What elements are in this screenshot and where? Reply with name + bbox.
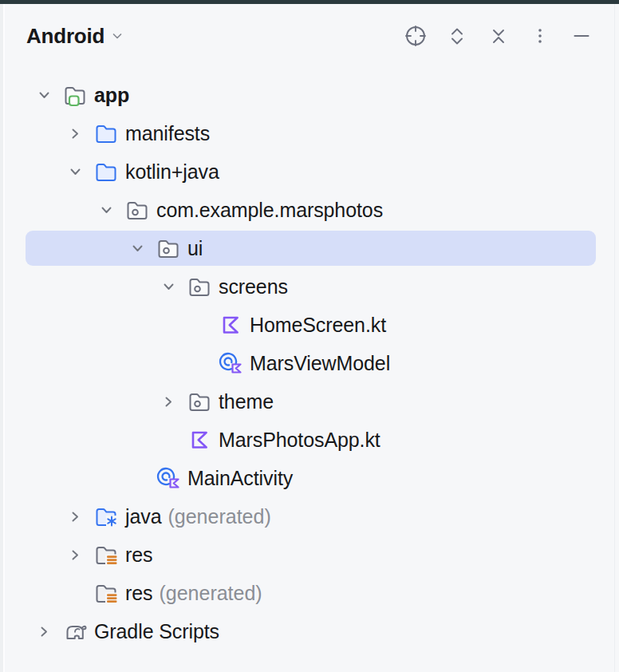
hide-icon[interactable] (568, 22, 595, 49)
locate-icon[interactable] (402, 22, 429, 49)
tree-row-label: java (125, 497, 161, 536)
tree-row-marsphotosapp-kt[interactable]: MarsPhotosApp.kt (5, 421, 619, 459)
chevron-right-icon[interactable] (60, 114, 90, 152)
tree-row-label: screens (219, 267, 288, 306)
collapse-all-icon[interactable] (485, 22, 512, 49)
folder-blue-icon (93, 114, 119, 152)
gradle-icon (62, 612, 88, 650)
tree-row-theme[interactable]: theme (5, 382, 619, 421)
tree-row-label: manifests (125, 114, 210, 152)
kotlin-class-icon (156, 459, 181, 497)
chevron-placeholder (60, 574, 90, 612)
chevron-right-icon[interactable] (153, 382, 183, 421)
tree-row-com-example-marsphotos[interactable]: com.example.marsphotos (5, 191, 619, 229)
chevron-placeholder (153, 421, 183, 459)
kotlin-file-icon (187, 421, 212, 459)
selection-highlight (26, 231, 596, 266)
tree-row-gradle-scripts[interactable]: Gradle Scripts (5, 612, 619, 650)
chevron-down-icon[interactable] (122, 229, 152, 267)
chevron-down-icon[interactable] (29, 76, 59, 114)
chevron-right-icon[interactable] (60, 497, 90, 536)
chevron-down-icon[interactable] (91, 191, 121, 229)
kotlin-file-icon (218, 306, 243, 344)
kotlin-class-icon (218, 344, 243, 382)
tree-row-ui[interactable]: ui (5, 229, 619, 267)
tree-row-java[interactable]: java (generated) (5, 497, 619, 536)
tree-row-label: HomeScreen.kt (250, 306, 386, 344)
expand-all-icon[interactable] (444, 22, 471, 49)
tree-row-label: MarsViewModel (250, 344, 390, 382)
tool-window-header: Android (5, 4, 619, 68)
package-icon (124, 191, 150, 229)
chevron-placeholder (184, 344, 215, 382)
res-folder-icon (93, 574, 119, 612)
folder-blue-icon (93, 152, 119, 191)
tree-row-kotlin-java[interactable]: kotlin+java (5, 152, 619, 191)
more-vertical-icon[interactable] (526, 22, 554, 49)
tree-row-res[interactable]: res (5, 536, 619, 574)
tree-row-label: kotlin+java (125, 152, 219, 191)
res-folder-icon (93, 536, 119, 574)
project-tool-window: Android app manifests (5, 4, 619, 672)
tree-row-label: com.example.marsphotos (156, 191, 383, 229)
project-view-selector[interactable]: Android (26, 24, 123, 49)
package-icon (187, 382, 212, 421)
chevron-down-icon[interactable] (60, 152, 90, 191)
tree-row-res[interactable]: res (generated) (5, 574, 619, 612)
tree-row-label: ui (187, 229, 203, 267)
tree-row-label: res (125, 574, 152, 612)
tree-row-label: MainActivity (187, 459, 293, 497)
tree-row-label: MarsPhotosApp.kt (219, 421, 380, 459)
chevron-down-icon (112, 27, 123, 45)
tree-row-suffix: (generated) (159, 574, 262, 612)
project-tree: app manifests kotlin+java com.example.ma… (5, 76, 619, 650)
chevron-placeholder (122, 459, 152, 497)
tree-row-marsviewmodel[interactable]: MarsViewModel (5, 344, 619, 382)
tree-row-label: Gradle Scripts (94, 612, 219, 650)
header-actions (402, 22, 595, 49)
generated-java-folder-icon (93, 497, 119, 536)
tree-row-label: app (94, 76, 129, 114)
chevron-placeholder (184, 306, 215, 344)
chevron-right-icon[interactable] (29, 612, 59, 650)
tree-row-label: theme (219, 382, 274, 421)
package-icon (187, 267, 212, 306)
tree-row-label: res (125, 536, 152, 574)
tree-row-manifests[interactable]: manifests (5, 114, 619, 152)
chevron-down-icon[interactable] (153, 267, 183, 306)
tree-row-suffix: (generated) (168, 497, 270, 536)
tree-row-homescreen-kt[interactable]: HomeScreen.kt (5, 306, 619, 344)
project-view-title: Android (26, 24, 104, 49)
android-module-folder-icon (62, 76, 88, 114)
tree-row-screens[interactable]: screens (5, 267, 619, 306)
tree-row-mainactivity[interactable]: MainActivity (5, 459, 619, 497)
tree-row-app[interactable]: app (5, 76, 619, 114)
chevron-right-icon[interactable] (60, 536, 90, 574)
package-icon (156, 229, 181, 267)
